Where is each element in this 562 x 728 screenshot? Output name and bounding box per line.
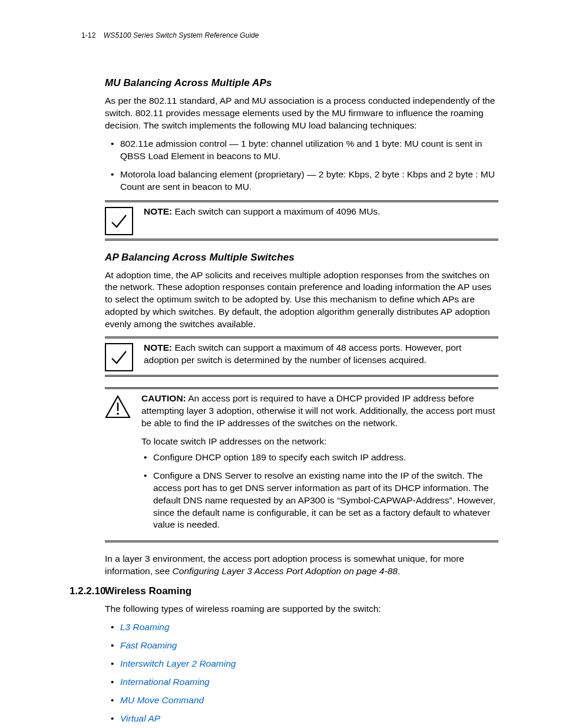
link-fast-roaming[interactable]: Fast Roaming <box>120 640 177 650</box>
list-item: Configure DHCP option 189 to specify eac… <box>141 452 498 464</box>
caution-label: CAUTION: <box>141 393 186 403</box>
note-label: NOTE: <box>144 206 172 216</box>
list-item: Configure a DNS Server to resolve an exi… <box>141 470 498 532</box>
note-callout: NOTE: Each switch can support a maximum … <box>105 337 498 377</box>
link-interswitch-roaming[interactable]: Interswitch Layer 2 Roaming <box>120 658 236 668</box>
note-callout: NOTE: Each switch can support a maximum … <box>105 200 498 241</box>
list-item: Motorola load balancing element (proprie… <box>105 169 498 193</box>
svg-point-2 <box>117 413 119 415</box>
cross-reference: Configuring Layer 3 Access Port Adoption… <box>173 566 398 576</box>
link-l3-roaming[interactable]: L3 Roaming <box>120 622 170 632</box>
list-item: International Roaming <box>105 676 498 689</box>
caution-text: An access port is required to have a DHC… <box>141 393 495 428</box>
caution-lead: To locate switch IP addresses on the net… <box>141 436 498 448</box>
list-item: MU Move Command <box>105 694 498 707</box>
caution-callout: CAUTION: An access port is required to h… <box>105 387 498 542</box>
heading-wireless-roaming: Wireless Roaming <box>105 585 191 598</box>
page-number: 1-12 <box>81 31 95 39</box>
link-international-roaming[interactable]: International Roaming <box>120 677 210 687</box>
note-label: NOTE: <box>144 342 172 353</box>
section-number: 1.2.2.10 <box>70 585 105 598</box>
list-item: L3 Roaming <box>105 621 498 634</box>
para-ap-intro: At adoption time, the AP solicits and re… <box>105 269 498 331</box>
note-text: Each switch can support a maximum of 409… <box>172 206 380 216</box>
checkmark-icon <box>105 343 133 371</box>
list-mu-techniques: 802.11e admission control — 1 byte: chan… <box>105 138 498 193</box>
list-roaming-links: L3 Roaming Fast Roaming Interswitch Laye… <box>105 621 498 725</box>
list-caution: Configure DHCP option 189 to specify eac… <box>141 452 498 532</box>
list-item: Virtual AP <box>105 713 498 725</box>
doc-title: WS5100 Series Switch System Reference Gu… <box>104 31 259 39</box>
link-virtual-ap[interactable]: Virtual AP <box>120 713 160 723</box>
para-layer3-trailer: In a layer 3 environment, the access por… <box>105 553 498 578</box>
para-mu-intro: As per the 802.11 standard, AP and MU as… <box>105 95 498 132</box>
heading-ap-balancing: AP Balancing Across Multiple Switches <box>105 251 498 265</box>
warning-icon <box>105 394 131 420</box>
note-text: Each switch can support a maximum of 48 … <box>144 342 461 365</box>
list-item: Fast Roaming <box>105 640 498 652</box>
checkmark-icon <box>105 207 133 235</box>
running-header: 1-12 WS5100 Series Switch System Referen… <box>81 31 498 40</box>
link-mu-move[interactable]: MU Move Command <box>120 695 204 705</box>
list-item: Interswitch Layer 2 Roaming <box>105 658 498 670</box>
list-item: 802.11e admission control — 1 byte: chan… <box>105 138 498 163</box>
para-roaming-intro: The following types of wireless roaming … <box>105 603 498 615</box>
heading-mu-balancing: MU Balancing Across Multiple APs <box>105 77 498 90</box>
